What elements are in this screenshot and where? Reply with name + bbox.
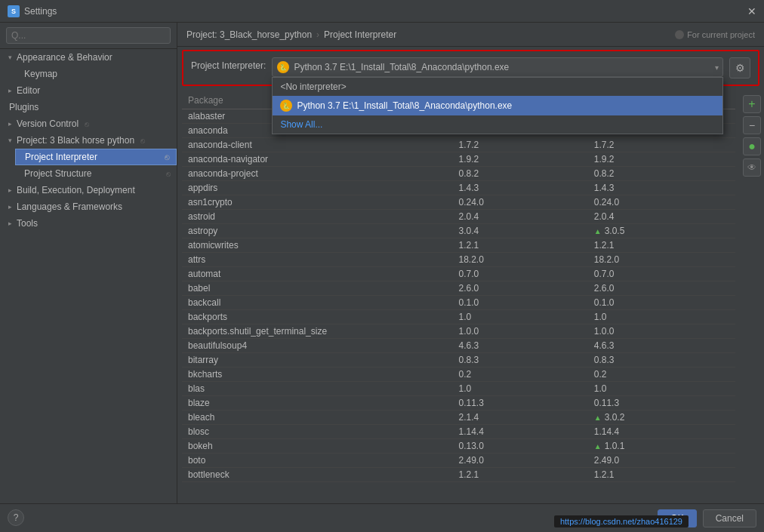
for-current-text: For current project <box>687 30 755 39</box>
status-green-button[interactable]: ● <box>743 137 761 155</box>
close-button[interactable]: ✕ <box>747 5 756 17</box>
table-row: blosc 1.14.4 1.14.4 <box>182 425 735 439</box>
arrow-icon <box>6 87 14 94</box>
table-row: asn1crypto 0.24.0 0.24.0 <box>182 195 735 210</box>
table-row: bkcharts 0.2 0.2 <box>182 367 735 382</box>
table-row: backcall 0.1.0 0.1.0 <box>182 296 735 310</box>
table-row: bitarray 0.8.3 0.8.3 <box>182 353 735 367</box>
table-row: backports 1.0 1.0 <box>182 310 735 324</box>
sidebar-item-appearance[interactable]: Appearance & Behavior <box>0 49 177 66</box>
sidebar-label-project-interpreter: Project Interpreter <box>25 152 97 162</box>
arrow-icon <box>6 220 14 227</box>
interpreter-label: Project Interpreter: <box>191 57 266 71</box>
table-row: atomicwrites 1.2.1 1.2.1 <box>182 238 735 253</box>
sidebar-item-project-interpreter[interactable]: Project Interpreter ⎋ <box>15 149 177 165</box>
table-row: babel 2.6.0 2.6.0 <box>182 281 735 296</box>
remove-package-button[interactable]: − <box>743 116 761 134</box>
package-list: alabaster 0.7.11 0.7.12 anaconda 5.3.0 5… <box>182 109 735 500</box>
interpreter-dropdown-popup: <No interpreter> 🐍 Python 3.7 E:\1_Insta… <box>272 77 723 134</box>
interpreter-select[interactable]: 🐍 Python 3.7 E:\1_Install_Total\8_Anacon… <box>272 57 723 77</box>
arrow-icon <box>6 203 14 211</box>
dropdown-python37[interactable]: 🐍 Python 3.7 E:\1_Install_Total\8_Anacon… <box>273 96 722 115</box>
table-row: anaconda-client 1.7.2 1.7.2 <box>182 138 735 152</box>
sidebar-label-tools: Tools <box>17 218 38 229</box>
app-icon: S <box>8 5 20 17</box>
cancel-button[interactable]: Cancel <box>703 509 756 527</box>
table-row: bottleneck 1.2.1 1.2.1 <box>182 468 735 482</box>
sidebar-item-project[interactable]: Project: 3 Black horse python ⎋ <box>0 132 177 149</box>
table-row: automat 0.7.0 0.7.0 <box>182 267 735 281</box>
sidebar-item-project-structure[interactable]: Project Structure ⎋ <box>15 165 177 182</box>
packages-section: Package Version Latest version alabaster… <box>177 92 764 503</box>
python-icon: 🐍 <box>277 61 289 73</box>
add-package-button[interactable]: + <box>743 95 761 113</box>
window-title: Settings <box>24 6 57 17</box>
table-row: astroid 2.0.4 2.0.4 <box>182 210 735 224</box>
search-input[interactable] <box>6 27 171 44</box>
sidebar: Appearance & Behavior Keymap Editor Plug… <box>0 23 177 503</box>
show-all-label: Show All... <box>280 119 322 130</box>
title-bar-left: S Settings <box>8 5 57 17</box>
sidebar-item-editor[interactable]: Editor <box>0 82 177 99</box>
search-box <box>0 23 177 49</box>
upgrade-arrow-icon: ▲ <box>594 227 602 235</box>
structure-icon: ⎋ <box>166 170 171 178</box>
sidebar-label-project-structure: Project Structure <box>24 168 91 179</box>
arrow-icon <box>6 186 14 194</box>
sidebar-item-languages[interactable]: Languages & Frameworks <box>0 198 177 215</box>
sidebar-label-languages: Languages & Frameworks <box>17 201 122 212</box>
table-row: beautifulsoup4 4.6.3 4.6.3 <box>182 339 735 353</box>
upgrade-arrow-icon: ▲ <box>594 442 602 451</box>
table-row: bokeh 0.13.0 ▲ 1.0.1 <box>182 439 735 454</box>
vcs-icon: ⎋ <box>85 120 89 128</box>
package-area: Package Version Latest version alabaster… <box>182 92 735 500</box>
right-buttons: + − ● 👁 <box>740 92 764 503</box>
breadcrumb-page: Project Interpreter <box>324 29 396 40</box>
help-button[interactable]: ? <box>8 509 24 526</box>
project-icon: ⎋ <box>140 137 145 145</box>
sidebar-item-keymap[interactable]: Keymap <box>15 66 177 82</box>
title-bar: S Settings ✕ <box>0 0 764 23</box>
url-bar: https://blog.csdn.net/zhao416129 <box>554 515 689 527</box>
interpreter-row: Project Interpreter: 🐍 Python 3.7 E:\1_I… <box>182 50 759 86</box>
gear-button[interactable]: ⚙ <box>729 57 750 78</box>
table-row: appdirs 1.4.3 1.4.3 <box>182 181 735 195</box>
sidebar-label-plugins: Plugins <box>9 102 39 112</box>
current-project-icon <box>675 30 684 39</box>
table-row: attrs 18.2.0 18.2.0 <box>182 253 735 267</box>
arrow-icon <box>6 137 14 144</box>
table-row: astropy 3.0.4 ▲ 3.0.5 <box>182 224 735 238</box>
sidebar-item-version-control[interactable]: Version Control ⎋ <box>0 115 177 132</box>
interpreter-selected-text: Python 3.7 E:\1_Install_Total\8_Anaconda… <box>294 62 509 72</box>
sidebar-label-appearance: Appearance & Behavior <box>17 52 112 63</box>
sidebar-label-keymap: Keymap <box>24 69 57 79</box>
upgrade-arrow-icon: ▲ <box>594 414 602 422</box>
table-row: blas 1.0 1.0 <box>182 382 735 396</box>
for-current-label: For current project <box>675 30 755 39</box>
dropdown-arrow-icon: ▾ <box>715 63 719 72</box>
python-icon-option: 🐍 <box>280 100 292 112</box>
table-row: backports.shutil_get_terminal_size 1.0.0… <box>182 324 735 339</box>
interpreter-dropdown-wrapper: 🐍 Python 3.7 E:\1_Install_Total\8_Anacon… <box>272 57 723 77</box>
sidebar-label-version-control: Version Control <box>17 118 79 129</box>
arrow-icon <box>6 120 14 128</box>
sidebar-item-build[interactable]: Build, Execution, Deployment <box>0 182 177 198</box>
table-row: anaconda-navigator 1.9.2 1.9.2 <box>182 152 735 167</box>
table-row: anaconda-project 0.8.2 0.8.2 <box>182 167 735 181</box>
sidebar-label-editor: Editor <box>17 85 40 96</box>
dropdown-no-interpreter[interactable]: <No interpreter> <box>273 78 722 96</box>
breadcrumb: Project: 3_Black_horse_python › Project … <box>177 23 764 47</box>
dropdown-show-all[interactable]: Show All... <box>273 115 722 134</box>
sidebar-item-tools[interactable]: Tools <box>0 215 177 232</box>
sidebar-label-project: Project: 3 Black horse python <box>17 135 134 146</box>
eye-button[interactable]: 👁 <box>743 158 761 177</box>
table-row: blaze 0.11.3 0.11.3 <box>182 396 735 411</box>
table-row: boto 2.49.0 2.49.0 <box>182 454 735 468</box>
sidebar-item-plugins[interactable]: Plugins <box>0 99 177 115</box>
arrow-icon <box>6 54 14 61</box>
main-layout: Appearance & Behavior Keymap Editor Plug… <box>0 23 764 503</box>
python37-label: Python 3.7 E:\1_Install_Total\8_Anaconda… <box>297 100 512 111</box>
breadcrumb-project: Project: 3_Black_horse_python <box>186 29 312 40</box>
table-row: bleach 2.1.4 ▲ 3.0.2 <box>182 411 735 425</box>
sync-icon: ⎋ <box>165 152 170 161</box>
